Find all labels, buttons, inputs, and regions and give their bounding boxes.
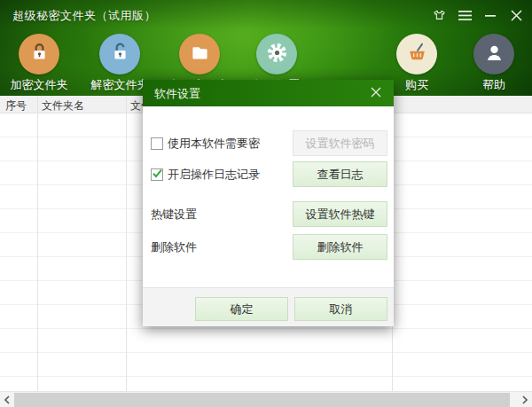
ok-button[interactable]: 确定 (195, 297, 288, 321)
settings-row-label: 热键设置 (151, 207, 197, 223)
lock-open-icon (108, 41, 132, 68)
set-software-password-button[interactable]: 设置软件密码 (293, 130, 387, 156)
settings-row-hotkey: 热键设置 设置软件热键 (151, 201, 387, 227)
settings-row-password: 使用本软件需要密 设置软件密码 (151, 130, 387, 156)
skin-icon (432, 8, 447, 27)
scrollbar-thumb[interactable] (14, 393, 510, 407)
delete-software-button[interactable]: 删除软件 (293, 234, 387, 260)
gear-icon (265, 41, 289, 68)
close-button[interactable] (507, 9, 525, 25)
folder-icon (188, 41, 212, 68)
basket-icon (405, 41, 429, 68)
log-record-checkbox[interactable] (151, 168, 163, 181)
column-header-folder-name: 文件夹名 (42, 98, 84, 113)
table-row (0, 377, 532, 391)
window-controls (430, 9, 525, 25)
table-row (0, 329, 532, 353)
minimize-icon (485, 9, 496, 25)
lock-closed-icon (27, 41, 51, 68)
scroll-left-button[interactable] (0, 392, 14, 407)
chevron-left-icon (4, 392, 11, 407)
horizontal-scrollbar[interactable] (0, 391, 532, 407)
column-divider (37, 96, 38, 391)
close-icon (511, 9, 522, 25)
cancel-button[interactable]: 取消 (294, 297, 387, 321)
menu-button[interactable] (456, 9, 473, 25)
chevron-right-icon (521, 392, 528, 407)
dialog-footer: 确定 取消 (143, 287, 394, 326)
window-title: 超级秘密文件夹（试用版） (12, 8, 156, 24)
view-log-button[interactable]: 查看日志 (293, 161, 387, 187)
software-settings-dialog: 软件设置 使用本软件需要密 设置软件密码 开启操作日志记录 查看日志 热键设置 (143, 80, 394, 326)
dialog-close-button[interactable] (367, 85, 385, 101)
menu-icon (458, 9, 472, 25)
set-hotkey-button[interactable]: 设置软件热键 (293, 201, 387, 227)
use-password-checkbox[interactable] (151, 137, 163, 150)
close-icon (371, 85, 381, 101)
settings-row-uninstall: 删除软件 删除软件 (151, 234, 387, 260)
column-divider (126, 96, 127, 391)
settings-row-label: 使用本软件需要密 (168, 136, 260, 152)
dialog-title: 软件设置 (154, 86, 200, 102)
toolbar-encrypt-folder[interactable]: 加密文件夹 (0, 34, 79, 93)
person-icon (482, 41, 506, 68)
checkmark-icon (152, 167, 163, 183)
column-header-index: 序号 (5, 98, 27, 113)
settings-row-label: 删除软件 (151, 239, 197, 255)
scroll-right-button[interactable] (518, 392, 532, 407)
toolbar-help[interactable]: 帮助 (454, 34, 532, 93)
minimize-button[interactable] (481, 9, 499, 25)
table-row (0, 353, 532, 377)
settings-row-log: 开启操作日志记录 查看日志 (151, 161, 387, 187)
app-window: 超级秘密文件夹（试用版） (0, 0, 532, 407)
dialog-title-bar: 软件设置 (143, 80, 394, 106)
skin-button[interactable] (430, 9, 448, 25)
settings-row-label: 开启操作日志记录 (168, 167, 260, 183)
